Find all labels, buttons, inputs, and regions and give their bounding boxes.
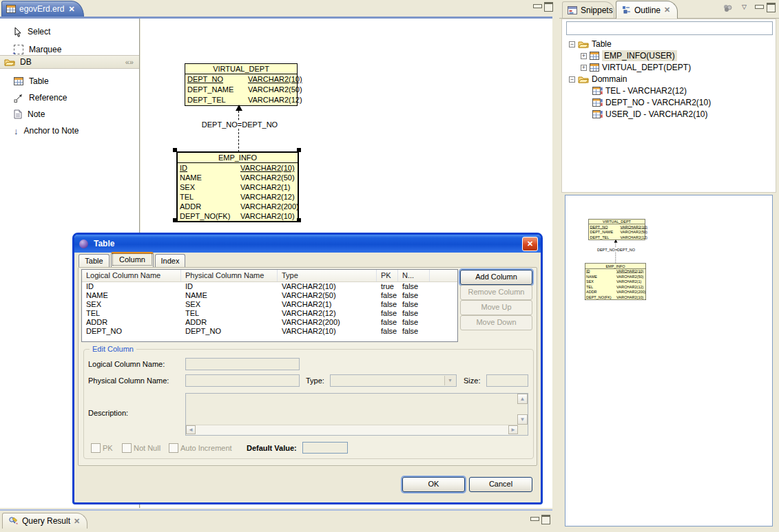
view-menu-icon[interactable]: ▽ (742, 3, 747, 10)
grid-header[interactable]: Logical Column Name (82, 270, 181, 281)
grid-row[interactable]: SEXSEXVARCHAR2(1)falsefalse (82, 300, 457, 309)
outline-filter-input[interactable] (566, 21, 773, 35)
close-icon[interactable]: ✕ (664, 6, 670, 14)
move-down-button: Move Down (460, 315, 532, 330)
auto-increment-checkbox-label: Auto Increment (180, 444, 232, 452)
logical-column-name-label: Logical Column Name: (88, 360, 165, 368)
grid-row[interactable]: ADDRADDRVARCHAR2(200)falsefalse (82, 318, 457, 327)
view-menu-circles-icon[interactable] (722, 3, 733, 13)
dialog-close-button[interactable]: ✕ (522, 237, 538, 251)
minimize-icon[interactable] (755, 5, 764, 9)
maximize-icon[interactable] (541, 515, 550, 524)
table-icon (6, 5, 16, 13)
tree-item-label: USER_ID - VARCHAR2(10) (605, 109, 707, 119)
h-scrollbar: ◄ ► (186, 425, 518, 435)
collapse-icon[interactable]: − (569, 76, 575, 83)
snippets-icon (568, 6, 577, 14)
entity-column-row: IDVARCHAR2(10) (178, 163, 298, 173)
relation-label[interactable]: DEPT_NO=DEPT_NO (195, 120, 284, 129)
dialog-tab-table[interactable]: Table (79, 254, 110, 267)
drawer-pin-icon[interactable]: «» (125, 58, 134, 66)
entity-column-row: DEPT_NOVARCHAR2(10) (185, 74, 297, 85)
tree-item-domain-dept-no[interactable]: DEPT_NO - VARCHAR2(10) (592, 97, 711, 108)
expand-icon[interactable]: + (581, 65, 587, 71)
query-result-icon (8, 516, 19, 526)
entity-virtual-dept[interactable]: VIRTUAL_DEPT DEPT_NOVARCHAR2(10) DEPT_NA… (185, 63, 298, 106)
collapse-icon[interactable]: − (569, 41, 575, 47)
tree-item-domain-folder[interactable]: − Dommain (569, 74, 627, 85)
grid-header[interactable]: Physical Column Name (181, 270, 278, 281)
entity-column-row: TELVARCHAR2(12) (178, 192, 298, 202)
expand-icon[interactable]: + (581, 53, 587, 59)
add-column-button[interactable]: Add Column (460, 270, 532, 285)
grid-header-row: Logical Column Name Physical Column Name… (82, 270, 457, 282)
relation-line[interactable] (238, 111, 239, 152)
editor-tab-egoverd[interactable]: egovErd.erd ✕ (1, 1, 84, 17)
minimize-icon[interactable] (530, 517, 539, 521)
scroll-up-icon: ▲ (517, 394, 528, 404)
size-label: Size: (464, 376, 480, 385)
tab-label: Snippets (581, 6, 613, 15)
diagram-overview[interactable]: VIRTUAL_DEPT DEPT_NOVARCHAR2(10) DEPT_NA… (565, 195, 773, 526)
palette-tool-reference[interactable]: Reference (14, 92, 67, 104)
palette-tool-select[interactable]: Select (14, 25, 50, 38)
cancel-button[interactable]: Cancel (469, 477, 532, 492)
table-icon (590, 63, 599, 72)
tree-item-label: VIRTUAL_DEPT(DEPT) (602, 63, 691, 72)
tree-item-emp-info[interactable]: + EMP_INFO(USER) (581, 50, 677, 61)
overview-thumbnail: VIRTUAL_DEPT DEPT_NOVARCHAR2(10) DEPT_NA… (585, 219, 740, 308)
palette-tool-label: Select (28, 27, 50, 36)
select-cursor-icon (14, 27, 22, 37)
tab-snippets[interactable]: Snippets (562, 1, 614, 19)
entity-emp-info[interactable]: EMP_INFO IDVARCHAR2(10) NAMEVARCHAR2(50)… (176, 151, 299, 222)
palette-tool-anchor-to-note[interactable]: ↓ Anchor to Note (14, 125, 79, 137)
grid-header[interactable]: Type (278, 270, 377, 281)
minimize-icon[interactable] (533, 4, 542, 8)
palette-drawer-db[interactable]: DB «» (0, 55, 139, 69)
grid-row[interactable]: DEPT_NODEPT_NOVARCHAR2(10)falsefalse (82, 327, 457, 336)
tree-item-virtual-dept[interactable]: + VIRTUAL_DEPT(DEPT) (581, 62, 691, 73)
note-icon (14, 109, 22, 119)
grid-header[interactable]: N... (398, 270, 430, 281)
maximize-icon[interactable] (767, 3, 776, 12)
ok-button[interactable]: OK (402, 477, 465, 492)
not-null-checkbox (122, 443, 132, 453)
tab-query-result[interactable]: Query Result ✕ (2, 513, 87, 529)
tree-item-label: DEPT_NO - VARCHAR2(10) (605, 98, 711, 107)
size-field (486, 374, 528, 387)
tree-item-domain-tel[interactable]: TEL - VARCHAR2(12) (592, 85, 687, 96)
tree-item-label: TEL - VARCHAR2(12) (605, 86, 687, 96)
tree-item-domain-user-id[interactable]: USER_ID - VARCHAR2(10) (592, 109, 707, 120)
palette-tool-label: Table (29, 76, 49, 86)
close-icon[interactable]: ✕ (68, 5, 74, 14)
dialog-titlebar[interactable]: Table ✕ (74, 235, 541, 253)
selection-handle[interactable] (173, 148, 177, 152)
selection-handle[interactable] (297, 218, 301, 222)
dialog-tab-column[interactable]: Column (111, 252, 154, 267)
palette-tool-label: Anchor to Note (24, 126, 79, 136)
dialog-tab-index[interactable]: Index (155, 254, 185, 267)
marquee-icon: + (14, 45, 23, 54)
palette-tool-note[interactable]: Note (14, 108, 45, 120)
grid-header[interactable]: PK (377, 270, 398, 281)
type-label: Type: (306, 376, 324, 385)
tree-item-table-folder[interactable]: − Table (569, 39, 612, 50)
mini-entity-emp-info: EMP_INFO IDVARCHAR2(10) NAMEVARCHAR2(50)… (585, 264, 646, 301)
eclipse-sphere-icon (79, 240, 88, 248)
down-arrow-icon: ↓ (14, 127, 19, 136)
grid-row[interactable]: NAMENAMEVARCHAR2(50)falsefalse (82, 291, 457, 300)
tab-outline[interactable]: Outline ✕ (616, 1, 678, 19)
maximize-icon[interactable] (544, 2, 553, 12)
selection-handle[interactable] (173, 218, 177, 222)
mini-entity-virtual-dept: VIRTUAL_DEPT DEPT_NOVARCHAR2(10) DEPT_NA… (589, 219, 645, 240)
palette-tool-marquee[interactable]: + Marquee (14, 43, 61, 56)
entity-column-row: ADDRVARCHAR2(200) (178, 202, 298, 211)
selection-handle[interactable] (297, 148, 301, 152)
physical-column-name-label: Physical Column Name: (88, 376, 169, 385)
grid-row[interactable]: TELTELVARCHAR2(12)falsefalse (82, 309, 457, 318)
grid-row[interactable]: IDIDVARCHAR2(10)truefalse (82, 282, 457, 291)
edit-column-legend: Edit Column (90, 345, 136, 353)
description-textarea: ▲ ▼ ◄ ► (185, 393, 528, 436)
close-icon[interactable]: ✕ (74, 517, 80, 526)
palette-tool-table[interactable]: Table (14, 75, 49, 87)
